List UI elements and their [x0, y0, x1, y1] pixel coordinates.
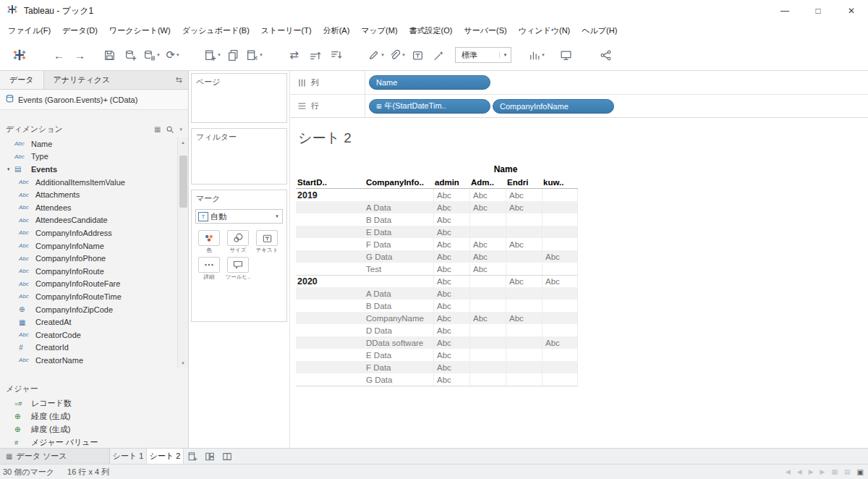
sort-descending-button[interactable]	[327, 44, 345, 66]
text-button[interactable]: テキスト	[252, 230, 281, 254]
row-header-year[interactable]	[296, 263, 365, 275]
column-header[interactable]: CompanyInfo..	[365, 178, 433, 187]
dimension-field[interactable]: Abc CompanyInfoRouteFare	[0, 278, 188, 291]
cell[interactable]: Abc	[469, 263, 506, 275]
cell[interactable]: Abc	[469, 189, 506, 201]
row-header-company[interactable]: DData software	[365, 336, 433, 349]
row-header-company[interactable]	[365, 276, 433, 287]
row-header-year[interactable]	[296, 324, 365, 336]
cell[interactable]	[506, 336, 542, 349]
row-header-company[interactable]: E Data	[365, 349, 433, 361]
dimension-field[interactable]: Abc AttendeesCandidate	[0, 214, 188, 227]
cell[interactable]	[469, 324, 506, 336]
datasource-row[interactable]: Events (Garoon.Events)+ (CData)	[0, 90, 188, 110]
cell[interactable]: Abc	[506, 312, 542, 324]
cell[interactable]: Abc	[542, 250, 578, 263]
cell[interactable]: Abc	[542, 276, 578, 287]
scroll-up-icon[interactable]: ▲	[181, 137, 185, 147]
pause-updates-button[interactable]: ▾	[142, 44, 161, 66]
cell[interactable]	[506, 263, 542, 275]
nav-last-icon[interactable]: ▶	[820, 468, 825, 475]
cell[interactable]	[542, 287, 578, 300]
menu-item[interactable]: ウィンドウ(N)	[513, 22, 576, 39]
nav-prev-icon[interactable]: ◀	[797, 468, 802, 475]
sort-ascending-button[interactable]	[306, 44, 324, 66]
tab-analytics[interactable]: アナリティクス	[44, 71, 120, 89]
cell[interactable]: Abc	[469, 238, 506, 250]
cell[interactable]	[469, 287, 506, 300]
sort-fields-caret-icon[interactable]: ▾	[179, 127, 182, 132]
row-header-company[interactable]: E Data	[365, 226, 433, 238]
menu-item[interactable]: サーバー(S)	[459, 22, 513, 39]
cell[interactable]	[542, 201, 578, 213]
row-header-company[interactable]: A Data	[365, 287, 433, 300]
dimension-field[interactable]: ▾ ▤ Events	[0, 163, 188, 176]
cell[interactable]	[506, 373, 542, 386]
cell[interactable]: Abc	[433, 373, 469, 386]
cell[interactable]	[542, 312, 578, 324]
dimension-field[interactable]: Abc CompanyInfoName	[0, 240, 188, 253]
cell[interactable]	[506, 250, 542, 263]
cell[interactable]: Abc	[469, 250, 506, 263]
menu-item[interactable]: 分析(A)	[318, 22, 356, 39]
filters-shelf[interactable]: フィルター	[191, 128, 287, 185]
cell[interactable]	[469, 300, 506, 312]
cell[interactable]	[506, 324, 542, 336]
measure-field[interactable]: ⊕ 緯度 (生成)	[0, 423, 188, 436]
cell[interactable]	[542, 238, 578, 250]
cell[interactable]: Abc	[469, 201, 506, 213]
view-selected-icon[interactable]: ▣	[857, 468, 864, 476]
new-datasource-button[interactable]	[122, 44, 140, 66]
cell[interactable]: Abc	[433, 276, 469, 287]
nav-first-icon[interactable]: ◀	[786, 468, 791, 475]
refresh-button[interactable]: ⟳▾	[163, 44, 182, 66]
cell[interactable]	[542, 263, 578, 275]
row-header-year[interactable]: 2020	[296, 276, 365, 287]
dimension-field[interactable]: Abc CompanyInfoPhone	[0, 252, 188, 265]
row-header-year[interactable]	[296, 201, 365, 213]
cell[interactable]	[506, 213, 542, 226]
cell[interactable]	[506, 300, 542, 312]
menu-item[interactable]: ファイル(F)	[2, 22, 56, 39]
dimension-field[interactable]: Abc CreatorCode	[0, 328, 188, 342]
row-header-year[interactable]: 2019	[296, 189, 365, 201]
tab-sheet-2[interactable]: シート 2	[147, 449, 184, 464]
row-header-year[interactable]	[296, 312, 365, 324]
dimension-field[interactable]: Abc AdditionalItemsItemValue	[0, 176, 188, 189]
menu-item[interactable]: データ(D)	[56, 22, 103, 39]
row-header-company[interactable]: G Data	[365, 250, 433, 263]
pill-companyinfoname[interactable]: CompanyInfoName	[493, 99, 614, 114]
row-header-year[interactable]	[296, 238, 365, 250]
expand-hierarchy-icon[interactable]: ⊞	[376, 103, 382, 110]
view-grid-icon[interactable]: ▦	[832, 468, 838, 475]
fix-axes-button[interactable]	[430, 44, 448, 66]
undo-button[interactable]: ←	[50, 44, 68, 66]
new-worksheet-button[interactable]: ▾	[203, 44, 221, 66]
row-header-year[interactable]	[296, 287, 365, 300]
duplicate-sheet-button[interactable]	[224, 44, 242, 66]
cell[interactable]: Abc	[433, 312, 469, 324]
cell[interactable]: Abc	[506, 238, 542, 250]
dimension-field[interactable]: Abc Attachments	[0, 188, 188, 201]
scroll-thumb[interactable]	[179, 156, 187, 208]
swap-rows-columns-button[interactable]: ⇄	[285, 44, 303, 66]
row-header-company[interactable]: B Data	[365, 300, 433, 312]
cell[interactable]: Abc	[469, 312, 506, 324]
row-header-company[interactable]: G Data	[365, 373, 433, 386]
cell[interactable]	[542, 373, 578, 386]
row-header-company[interactable]	[365, 189, 433, 201]
dimension-field[interactable]: Abc CompanyInfoRouteTime	[0, 290, 188, 303]
cell[interactable]: Abc	[433, 201, 469, 213]
row-header-company[interactable]: B Data	[365, 213, 433, 226]
cell[interactable]: Abc	[433, 361, 469, 373]
highlight-button[interactable]: ▾	[367, 44, 385, 66]
cell[interactable]	[542, 226, 578, 238]
cell[interactable]	[506, 361, 542, 373]
dimension-field[interactable]: Abc Attendees	[0, 201, 188, 214]
cell[interactable]: Abc	[433, 250, 469, 263]
menu-item[interactable]: 書式設定(O)	[404, 22, 459, 39]
row-header-company[interactable]: F Data	[365, 361, 433, 373]
cell[interactable]	[506, 226, 542, 238]
group-members-button[interactable]: ▾	[388, 44, 406, 66]
dimension-field[interactable]: ⊕ CompanyInfoZipCode	[0, 303, 188, 316]
